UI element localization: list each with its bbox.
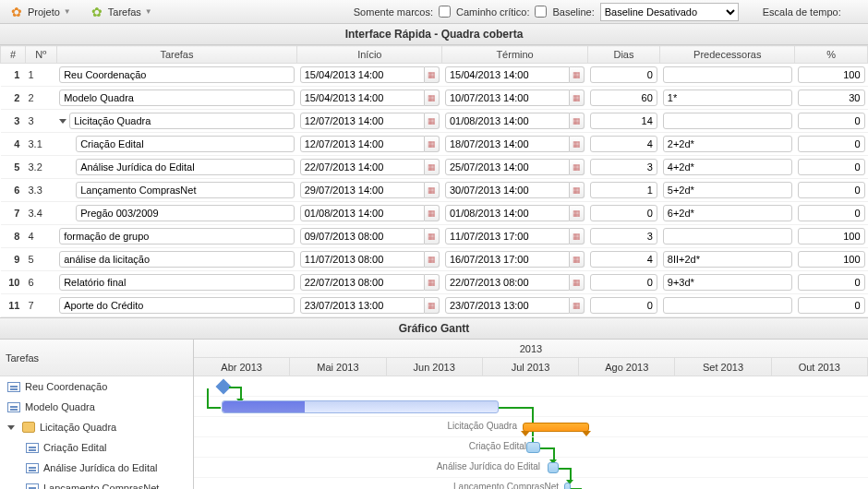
start-date-input[interactable] <box>300 89 425 106</box>
start-date-input[interactable] <box>300 182 425 198</box>
col-pct[interactable]: % <box>795 46 868 64</box>
predecessors-input[interactable] <box>663 228 792 244</box>
task-name-input[interactable] <box>59 274 295 291</box>
projeto-menu[interactable]: Projeto ▼ <box>7 4 75 20</box>
task-name-input[interactable] <box>76 159 295 175</box>
table-row[interactable]: 7 3.4 ▦ ▦ <box>1 202 868 225</box>
calendar-icon[interactable]: ▦ <box>570 89 585 106</box>
end-date-input[interactable] <box>445 228 570 244</box>
table-row[interactable]: 6 3.3 ▦ ▦ <box>1 179 868 202</box>
start-date-input[interactable] <box>300 113 425 129</box>
predecessors-input[interactable] <box>663 251 792 268</box>
table-row[interactable]: 10 6 ▦ ▦ <box>1 271 868 294</box>
calendar-icon[interactable]: ▦ <box>570 66 585 83</box>
days-input[interactable] <box>590 297 657 314</box>
col-termino[interactable]: Término <box>442 46 587 64</box>
table-row[interactable]: 3 3 ▦ ▦ <box>1 110 868 133</box>
task-name-input[interactable] <box>59 228 295 244</box>
percent-input[interactable] <box>798 205 865 221</box>
percent-input[interactable] <box>798 113 865 129</box>
col-inicio[interactable]: Início <box>297 46 442 64</box>
percent-input[interactable] <box>798 89 865 106</box>
percent-input[interactable] <box>798 159 865 175</box>
days-input[interactable] <box>590 274 657 291</box>
task-bar[interactable] <box>222 400 499 413</box>
task-name-input[interactable] <box>76 182 295 198</box>
start-date-input[interactable] <box>300 274 425 291</box>
calendar-icon[interactable]: ▦ <box>425 251 440 268</box>
calendar-icon[interactable]: ▦ <box>425 274 440 291</box>
days-input[interactable] <box>590 66 657 83</box>
col-pred[interactable]: Predecessoras <box>660 46 795 64</box>
end-date-input[interactable] <box>445 89 570 106</box>
days-input[interactable] <box>590 113 657 129</box>
calendar-icon[interactable]: ▦ <box>425 136 440 152</box>
percent-input[interactable] <box>798 274 865 291</box>
calendar-icon[interactable]: ▦ <box>425 113 440 129</box>
gantt-chart[interactable]: 2013 Abr 2013Mai 2013Jun 2013Jul 2013Ago… <box>194 340 868 489</box>
predecessors-input[interactable] <box>663 297 792 314</box>
end-date-input[interactable] <box>445 113 570 129</box>
days-input[interactable] <box>590 89 657 106</box>
percent-input[interactable] <box>798 251 865 268</box>
table-row[interactable]: 9 5 ▦ ▦ <box>1 248 868 271</box>
calendar-icon[interactable]: ▦ <box>570 297 585 314</box>
predecessors-input[interactable] <box>663 274 792 291</box>
calendar-icon[interactable]: ▦ <box>570 136 585 152</box>
expand-icon[interactable] <box>7 425 15 430</box>
end-date-input[interactable] <box>445 297 570 314</box>
expand-icon[interactable] <box>59 119 66 124</box>
calendar-icon[interactable]: ▦ <box>570 251 585 268</box>
col-no[interactable]: Nº <box>25 46 56 64</box>
calendar-icon[interactable]: ▦ <box>425 228 440 244</box>
predecessors-input[interactable] <box>663 182 792 198</box>
percent-input[interactable] <box>798 297 865 314</box>
task-name-input[interactable] <box>59 251 295 268</box>
start-date-input[interactable] <box>300 205 425 221</box>
table-row[interactable]: 4 3.1 ▦ ▦ <box>1 133 868 156</box>
days-input[interactable] <box>590 136 657 152</box>
start-date-input[interactable] <box>300 297 425 314</box>
tree-item[interactable]: Modelo Quadra <box>0 397 193 417</box>
days-input[interactable] <box>590 228 657 244</box>
start-date-input[interactable] <box>300 136 425 152</box>
end-date-input[interactable] <box>445 274 570 291</box>
end-date-input[interactable] <box>445 66 570 83</box>
tree-item[interactable]: Licitação Quadra <box>0 417 193 437</box>
summary-bar[interactable] <box>523 423 589 432</box>
task-name-input[interactable] <box>76 205 295 221</box>
tree-item[interactable]: Lançamento ComprasNet <box>0 478 193 489</box>
calendar-icon[interactable]: ▦ <box>570 205 585 221</box>
end-date-input[interactable] <box>445 251 570 268</box>
table-row[interactable]: 5 3.2 ▦ ▦ <box>1 156 868 179</box>
tree-item[interactable]: Criação Edital <box>0 437 193 458</box>
calendar-icon[interactable]: ▦ <box>425 182 440 198</box>
tree-item[interactable]: Reu Coordenação <box>0 376 193 397</box>
calendar-icon[interactable]: ▦ <box>425 66 440 83</box>
days-input[interactable] <box>590 159 657 175</box>
calendar-icon[interactable]: ▦ <box>570 159 585 175</box>
start-date-input[interactable] <box>300 66 425 83</box>
calendar-icon[interactable]: ▦ <box>425 159 440 175</box>
task-name-input[interactable] <box>59 297 295 314</box>
end-date-input[interactable] <box>445 182 570 198</box>
task-name-input[interactable] <box>76 136 295 152</box>
caminho-critico-checkbox[interactable] <box>535 6 547 18</box>
tarefas-menu[interactable]: Tarefas ▼ <box>88 4 156 20</box>
task-bar[interactable] <box>526 442 540 453</box>
percent-input[interactable] <box>798 66 865 83</box>
calendar-icon[interactable]: ▦ <box>425 205 440 221</box>
task-name-input[interactable] <box>59 66 295 83</box>
percent-input[interactable] <box>798 228 865 244</box>
predecessors-input[interactable] <box>663 136 792 152</box>
calendar-icon[interactable]: ▦ <box>570 274 585 291</box>
table-row[interactable]: 11 7 ▦ ▦ <box>1 294 868 317</box>
task-name-input[interactable] <box>59 89 295 106</box>
predecessors-input[interactable] <box>663 205 792 221</box>
table-row[interactable]: 2 2 ▦ ▦ <box>1 87 868 110</box>
days-input[interactable] <box>590 205 657 221</box>
days-input[interactable] <box>590 251 657 268</box>
task-bar[interactable] <box>564 483 571 489</box>
table-row[interactable]: 8 4 ▦ ▦ <box>1 225 868 248</box>
end-date-input[interactable] <box>445 205 570 221</box>
